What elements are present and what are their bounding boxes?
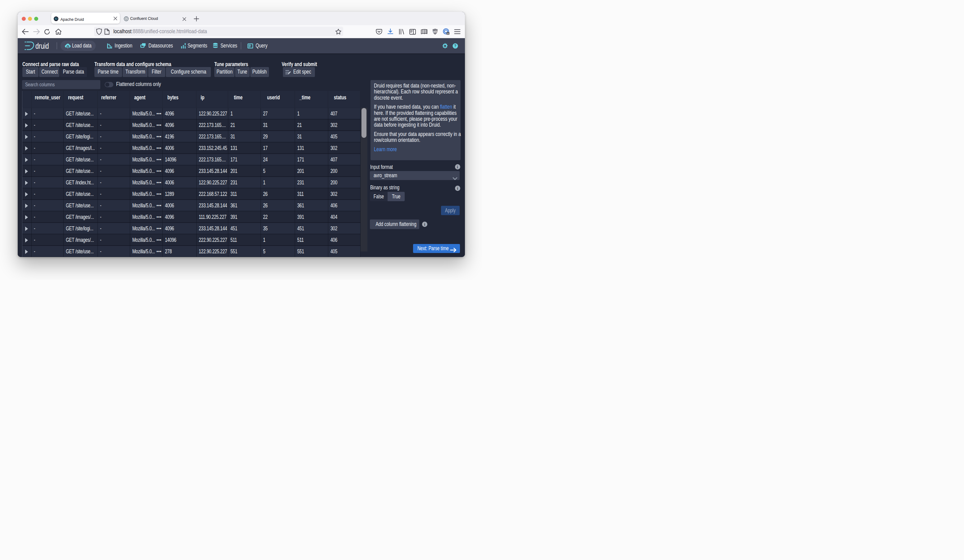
svg-text:?: ? (454, 44, 456, 48)
svg-text:uO: uO (433, 30, 437, 33)
